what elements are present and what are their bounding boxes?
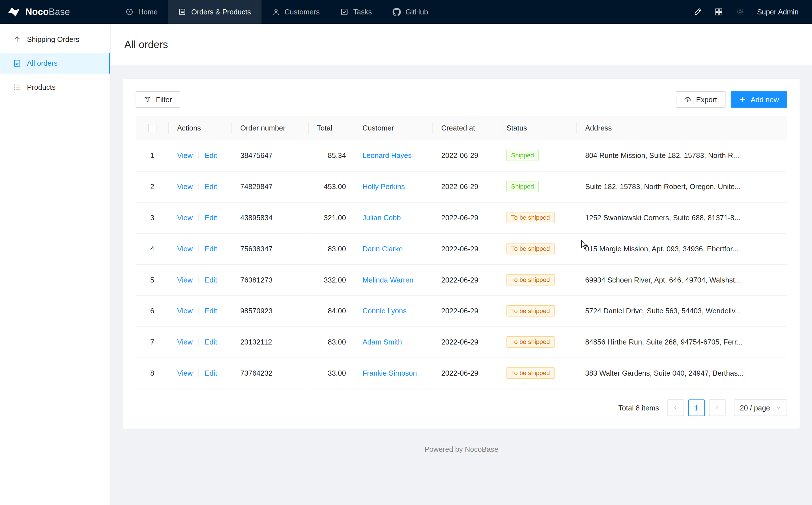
cell-status: To be shipped [498,295,577,326]
column-header-address: Address [577,116,787,140]
add-new-button[interactable]: Add new [731,91,787,108]
nav-item-label: Tasks [353,8,372,16]
cell-address: 015 Margie Mission, Apt. 093, 34936, Ebe… [577,233,787,265]
cell-actions: ViewEdit [169,326,232,357]
edit-link[interactable]: Edit [205,244,217,253]
status-badge: To be shipped [506,367,555,379]
status-badge: Shipped [506,181,539,192]
column-header-order-number: Order number [232,116,309,140]
cell-created-at: 2022-06-29 [433,326,498,357]
export-button[interactable]: Export [676,91,726,108]
page-number-button[interactable]: 1 [688,399,705,416]
edit-link[interactable]: Edit [205,338,217,346]
row-index: 7 [150,338,154,346]
edit-link[interactable]: Edit [205,182,217,190]
brand-name: NocoBase [25,6,70,17]
nav-item-home[interactable]: Home [115,0,168,24]
prev-page-button[interactable] [667,399,684,416]
content-area: Filter Export Add [111,65,812,505]
nav-item-label: GitHub [405,8,428,16]
sidebar-item-shipping-orders[interactable]: Shipping Orders [0,29,110,50]
table-header: Actions Order number Total Customer Crea… [136,116,787,140]
table-row: 1 ViewEdit 38475647 85.34 Leonard Hayes … [136,140,787,171]
cell-address: 1252 Swaniawski Corners, Suite 688, 8137… [577,202,787,233]
arrow-up-icon [13,35,21,43]
document-icon [13,59,21,67]
cell-order-number: 73764232 [232,357,309,389]
highlighter-icon[interactable] [694,8,702,16]
brand: NocoBase [0,0,111,24]
cell-address: 383 Walter Gardens, Suite 040, 24947, Be… [577,357,787,389]
customer-link[interactable]: Holly Perkins [362,182,405,190]
cell-customer: Adam Smith [354,326,433,357]
edit-link[interactable]: Edit [205,213,217,222]
row-index: 2 [150,182,154,190]
nav-item-github[interactable]: GitHub [382,0,439,24]
chevron-left-icon [673,405,679,410]
customer-link[interactable]: Leonard Hayes [362,151,412,159]
action-divider [198,183,199,190]
view-link[interactable]: View [177,276,193,284]
customer-link[interactable]: Connie Lyons [362,307,407,315]
cell-address: 84856 Hirthe Run, Suite 268, 94754-6705,… [577,326,787,357]
cell-created-at: 2022-06-29 [433,202,498,233]
nav-menu: Home Orders & Products Customers Tasks [115,0,693,24]
cell-address: 5724 Daniel Drive, Suite 563, 54403, Wen… [577,295,787,326]
chevron-right-icon [714,405,720,410]
view-link[interactable]: View [177,151,193,159]
grid-icon[interactable] [715,8,723,16]
toolbar-right: Export Add new [676,91,787,108]
edit-link[interactable]: Edit [205,151,217,159]
nav-item-customers[interactable]: Customers [261,0,330,24]
customer-link[interactable]: Darin Clarke [362,244,402,253]
edit-link[interactable]: Edit [205,276,217,284]
nav-item-tasks[interactable]: Tasks [330,0,382,24]
cloud-download-icon [684,96,692,103]
user-menu[interactable]: Super Admin [757,8,799,16]
cell-address: 804 Runte Mission, Suite 182, 15783, Nor… [577,140,787,171]
view-link[interactable]: View [177,307,193,315]
home-icon [125,8,133,16]
cell-order-number: 23132112 [232,326,309,357]
customer-link[interactable]: Adam Smith [362,338,402,346]
cell-created-at: 2022-06-29 [433,295,498,326]
sidebar-item-products[interactable]: Products [0,77,110,98]
view-link[interactable]: View [177,244,193,253]
page-title: All orders [124,38,168,50]
status-badge: To be shipped [506,305,555,317]
edit-link[interactable]: Edit [205,369,217,377]
list-icon [13,83,21,91]
sidebar-item-all-orders[interactable]: All orders [0,53,110,73]
select-all-checkbox[interactable] [148,124,156,132]
edit-link[interactable]: Edit [205,307,217,315]
cell-status: To be shipped [498,265,577,296]
table-row: 4 ViewEdit 75638347 83.00 Darin Clarke 2… [136,233,787,265]
page-size-select[interactable]: 20 / page [734,399,787,416]
customer-link[interactable]: Julian Cobb [362,213,400,222]
nav-right: Super Admin [694,0,812,24]
filter-button-label: Filter [156,96,172,104]
cell-total: 33.00 [309,357,354,389]
table-toolbar: Filter Export Add [136,91,787,108]
row-index: 3 [150,213,154,222]
next-page-button[interactable] [709,399,726,416]
cell-status: Shipped [498,140,577,171]
nocobase-logo-icon [7,6,21,18]
filter-button[interactable]: Filter [136,91,181,108]
table-row: 7 ViewEdit 23132112 83.00 Adam Smith 202… [136,326,787,357]
cell-status: To be shipped [498,202,577,233]
add-new-button-label: Add new [751,96,779,104]
sidebar-item-label: Products [27,83,55,91]
view-link[interactable]: View [177,213,193,222]
column-header-actions: Actions [169,116,232,140]
customer-link[interactable]: Melinda Warren [362,276,414,284]
view-link[interactable]: View [177,369,193,377]
view-link[interactable]: View [177,338,193,346]
view-link[interactable]: View [177,182,193,190]
customer-link[interactable]: Frankie Simpson [362,369,417,377]
gear-icon[interactable] [736,8,744,16]
action-divider [198,338,199,346]
cell-total: 85.34 [309,140,354,171]
cell-address: Suite 182, 15783, North Robert, Oregon, … [577,171,787,202]
nav-item-orders-products[interactable]: Orders & Products [168,0,261,24]
